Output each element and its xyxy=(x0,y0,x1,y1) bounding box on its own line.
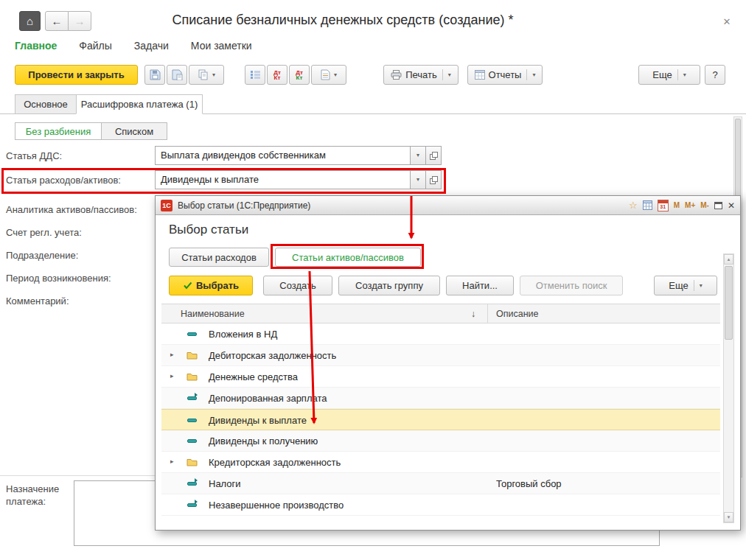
select-button[interactable]: Выбрать xyxy=(169,276,253,295)
table-icon[interactable] xyxy=(643,200,652,210)
open-icon xyxy=(430,152,438,160)
home-button[interactable]: ⌂ xyxy=(19,11,41,31)
row-name: Налоги xyxy=(209,478,241,489)
folder-icon xyxy=(186,458,198,467)
cashflow-item-open-button[interactable] xyxy=(425,146,442,165)
field-label-expense-item: Статья расходов/активов: xyxy=(6,175,121,186)
field-label-comment: Комментарий: xyxy=(6,295,69,307)
print-button[interactable]: Печать ▾ xyxy=(383,65,459,85)
calendar-icon[interactable]: 31 xyxy=(658,200,669,211)
field-label-department: Подразделение: xyxy=(6,250,78,261)
document-structure-button[interactable] xyxy=(245,65,265,85)
cashflow-item-field[interactable]: Выплата дивидендов собственникам xyxy=(155,146,411,165)
table-row-selected[interactable]: Дивиденды к выплате xyxy=(161,409,720,430)
column-divider xyxy=(487,304,488,324)
folder-icon xyxy=(186,372,198,382)
postings-drcr-button[interactable]: ДтКт xyxy=(267,65,287,85)
field-label-account: Счет регл. учета: xyxy=(6,227,82,238)
column-name[interactable]: Наименование xyxy=(181,309,245,319)
nav-item-files[interactable]: Файлы xyxy=(79,40,111,52)
close-window-button[interactable]: ✕ xyxy=(717,13,736,30)
reports-button[interactable]: Отчеты ▾ xyxy=(467,65,543,85)
dialog-more-button[interactable]: Еще ▾ xyxy=(654,276,717,295)
nav-item-notes[interactable]: Мои заметки xyxy=(191,40,252,52)
expense-item-open-button[interactable] xyxy=(425,170,442,189)
article-icon xyxy=(186,329,198,339)
expand-icon[interactable]: ▸ xyxy=(170,458,174,465)
expand-icon[interactable]: ▸ xyxy=(170,373,174,379)
save-and-close-button[interactable] xyxy=(167,65,187,85)
table-row[interactable]: Налоги Торговый сбор xyxy=(161,473,720,494)
dtkt-icon: ДтКт xyxy=(296,70,303,80)
dialog-scrollbar[interactable]: ▲ ▼ xyxy=(723,253,734,523)
expense-item-dropdown-button[interactable]: ▾ xyxy=(410,170,426,189)
table-row[interactable]: Дивиденды к получению xyxy=(161,430,720,452)
save-document-icon xyxy=(172,69,183,80)
table-header[interactable]: Наименование ↓ Описание xyxy=(161,304,720,323)
cashflow-item-dropdown-button[interactable]: ▾ xyxy=(410,146,426,165)
row-name: Дивиденды к получению xyxy=(209,435,318,447)
print-label: Печать xyxy=(405,69,437,80)
view-switch-no-split[interactable]: Без разбиения xyxy=(15,122,102,140)
back-button[interactable]: ← xyxy=(45,11,69,31)
create-based-on-button[interactable]: ▾ xyxy=(189,65,224,85)
table-row[interactable]: Вложения в НД xyxy=(161,323,720,345)
tab-main[interactable]: Основное xyxy=(15,94,77,114)
article-arrow-icon xyxy=(186,500,198,510)
table-row[interactable]: ▸ Кредиторская задолженность xyxy=(161,452,720,473)
scroll-down-button[interactable]: ▼ xyxy=(724,512,733,522)
dropdown-icon: ▾ xyxy=(416,153,419,158)
row-name: Дивиденды к выплате xyxy=(209,415,307,426)
post-and-close-button[interactable]: Провести и закрыть xyxy=(15,65,138,85)
dialog-tab-expense-items[interactable]: Статьи расходов xyxy=(169,248,269,267)
page-title: Списание безналичных денежных средств (с… xyxy=(103,13,582,28)
find-button[interactable]: Найти... xyxy=(446,276,514,295)
more-button[interactable]: Еще ▾ xyxy=(638,65,700,85)
row-name: Незавершенное производство xyxy=(209,500,344,511)
dialog-titlebar[interactable]: 1С Выбор статьи (1С:Предприятие) ☆ 31 М … xyxy=(156,196,740,215)
expense-item-field[interactable]: Дивиденды к выплате xyxy=(155,170,411,189)
memory-m-plus-button[interactable]: М+ xyxy=(685,201,695,209)
column-description[interactable]: Описание xyxy=(496,309,539,319)
view-switch-list[interactable]: Списком xyxy=(101,122,167,140)
save-button[interactable] xyxy=(144,65,165,85)
dropdown-icon: ▾ xyxy=(334,72,337,78)
expand-icon[interactable]: ▸ xyxy=(170,351,174,358)
divider xyxy=(442,69,443,80)
table-row[interactable]: Депонированная зарплата xyxy=(161,388,720,409)
table-row[interactable]: ▸ Дебиторская задолженность xyxy=(161,345,720,366)
nav-item-main[interactable]: Главное xyxy=(15,40,57,52)
field-label-cashflow-item: Статья ДДС: xyxy=(6,150,62,161)
memory-m-minus-button[interactable]: М- xyxy=(700,201,709,209)
maximize-icon[interactable] xyxy=(714,202,722,209)
sort-descending-icon[interactable]: ↓ xyxy=(471,309,475,319)
app-logo-icon: 1С xyxy=(161,200,172,211)
reports-icon xyxy=(475,70,485,80)
create-group-button[interactable]: Создать группу xyxy=(338,276,440,295)
scroll-up-button[interactable]: ▲ xyxy=(724,254,733,265)
postings-dtkt-button[interactable]: ДтКт xyxy=(289,65,310,85)
favorites-star-icon[interactable]: ☆ xyxy=(629,200,638,210)
folder-icon xyxy=(186,351,198,360)
memory-m-button[interactable]: М xyxy=(674,201,680,209)
field-label-analytics: Аналитика активов/пассивов: xyxy=(6,204,137,215)
drcr-icon: ДтКт xyxy=(273,70,281,80)
table-row[interactable]: Незавершенное производство xyxy=(161,494,720,516)
dialog-close-button[interactable]: ✕ xyxy=(728,201,735,210)
field-label-period: Период возникновения: xyxy=(6,273,111,284)
tab-payment-breakdown[interactable]: Расшифровка платежа (1) xyxy=(76,94,203,114)
article-icon xyxy=(186,436,198,446)
create-button[interactable]: Создать xyxy=(263,276,332,295)
printer-icon xyxy=(391,70,402,80)
dialog-tab-asset-liability-items[interactable]: Статьи активов/пассивов xyxy=(275,248,421,267)
document-register-button[interactable]: ▾ xyxy=(311,65,346,85)
movements-list-icon xyxy=(250,70,261,80)
nav-item-tasks[interactable]: Задачи xyxy=(134,40,169,52)
table-row[interactable]: ▸ Денежные средства xyxy=(161,366,720,388)
divider xyxy=(694,280,694,291)
help-button[interactable]: ? xyxy=(705,65,725,85)
back-arrow-icon: ← xyxy=(52,15,63,27)
forward-button[interactable]: → xyxy=(68,11,91,31)
scroll-thumb[interactable] xyxy=(725,266,733,340)
payment-purpose-label: Назначение платежа: xyxy=(6,483,71,508)
